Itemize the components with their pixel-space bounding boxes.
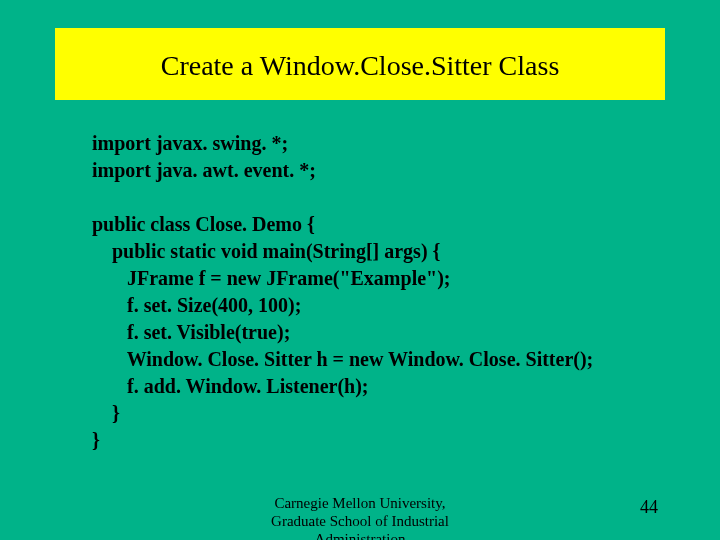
code-content: import javax. swing. *; import java. awt… [92,130,720,454]
footer: Carnegie Mellon University, Graduate Sch… [0,494,720,540]
footer-line-3: Administration [0,530,720,540]
footer-line-2: Graduate School of Industrial [0,512,720,530]
footer-line-1: Carnegie Mellon University, [0,494,720,512]
page-number: 44 [640,497,658,518]
slide-title: Create a Window.Close.Sitter Class [55,28,665,100]
